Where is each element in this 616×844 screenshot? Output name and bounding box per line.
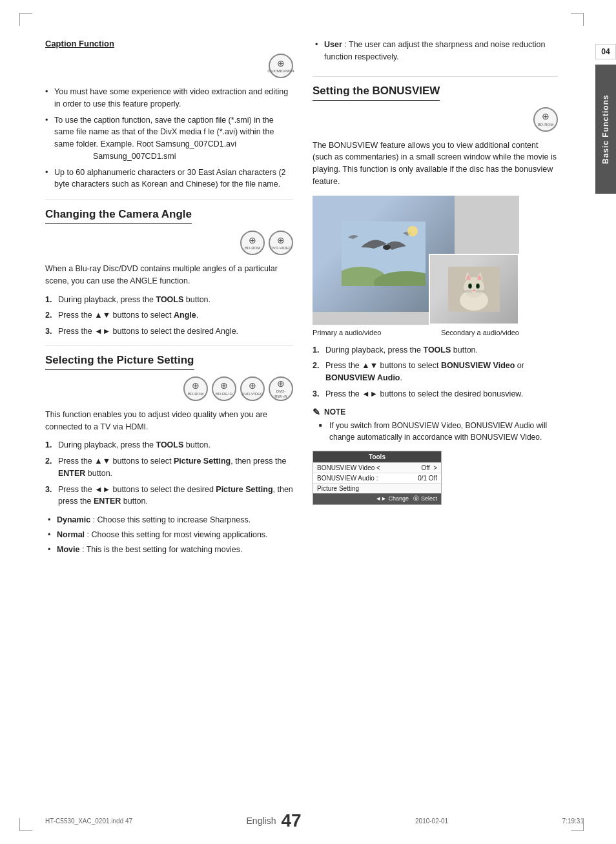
camera-angle-section: Changing the Camera Angle ⊕ BD-ROM ⊕ DVD… [45,208,293,338]
tools-table: Tools BONUSVIEW Video < Off > BONUSVIEW … [313,451,442,505]
camera-angle-intro: When a Blu-ray Disc/DVD contains multipl… [45,263,293,287]
dvdrw-badge: ⊕ DVD-RW/+R [269,376,293,401]
svg-point-4 [407,226,418,236]
left-column: Caption Function ⊕ DivX/MKV/MP4 You must… [45,39,293,558]
right-column: User : The user can adjust the sharpness… [313,39,558,558]
picture-setting-steps: 1.During playback, press the TOOLS butto… [45,439,293,508]
bonusview-badges: ⊕ BD-ROM [313,107,558,132]
bonusview-step-2: 2.Press the ▲▼ buttons to select BONUSVI… [313,360,558,384]
bonusview-step-3: 3.Press the ◄► buttons to select the des… [313,388,558,400]
main-content: Caption Function ⊕ DivX/MKV/MP4 You must… [0,0,616,597]
caption-section: Caption Function ⊕ DivX/MKV/MP4 You must… [45,39,293,190]
caption-bullet-2: To use the caption function, save the ca… [45,114,293,163]
picture-setting-heading: Selecting the Picture Setting [45,354,194,370]
corner-mark-tr [571,13,584,26]
picture-setting-badges: ⊕ BD-ROM ⊕ BD-RE/-R ⊕ DVD-VIDEO ⊕ [45,376,293,401]
chapter-tab: Basic Functions [595,65,616,194]
user-bullet-right: User : The user can adjust the sharpness… [313,39,558,63]
camera-angle-badges: ⊕ BD-ROM ⊕ DVD-VIDEO [45,231,293,255]
bonusview-steps: 1.During playback, press the TOOLS butto… [313,344,558,400]
caption-bullet-1: You must have some experience with video… [45,86,293,110]
two-column-layout: Caption Function ⊕ DivX/MKV/MP4 You must… [45,39,558,558]
note-icon: ✎ [313,407,320,417]
chapter-label: Basic Functions [601,94,610,164]
bonusview-heading: Setting the BONUSVIEW [313,85,440,101]
note-box: ✎ NOTE If you switch from BONUSVIEW Vide… [313,407,558,443]
picture-step-1: 1.During playback, press the TOOLS butto… [45,439,293,451]
corner-mark-tl [19,13,32,26]
camera-angle-heading: Changing the Camera Angle [45,208,192,224]
cat-svg [448,267,500,312]
tools-table-row-2: BONUSVIEW Audio : 0/1 Off [313,473,441,483]
user-bullet: User : The user can adjust the sharpness… [313,39,558,63]
tools-table-footer: ◄► Change ⓔ Select [313,493,441,504]
page-container: Basic Functions 04 Caption Function ⊕ Di… [0,0,616,844]
bdrer-badge: ⊕ BD-RE/-R [212,376,236,401]
page-number: 47 [281,810,301,831]
note-label: NOTE [324,407,345,417]
tools-table-row-1: BONUSVIEW Video < Off > [313,462,441,473]
secondary-label: Secondary a audio/video [441,329,519,336]
file-info: HT-C5530_XAC_0201.indd 47 [45,818,132,825]
bonusview-secondary-window [429,254,519,325]
picture-step-2: 2.Press the ▲▼ buttons to select Picture… [45,455,293,480]
camera-angle-steps: 1.During playback, press the TOOLS butto… [45,294,293,338]
chapter-number: 04 [595,44,616,59]
dynamic-bullet: Dynamic : Choose this setting to increas… [45,514,293,526]
english-label: English [247,816,276,826]
time-info: 7:19:31 [562,818,584,825]
caption-bullets: You must have some experience with video… [45,86,293,190]
note-heading: ✎ NOTE [313,407,558,417]
bonusview-section: Setting the BONUSVIEW ⊕ BD-ROM The BONUS… [313,85,558,505]
svg-point-7 [464,277,484,298]
camera-angle-step-3: 3.Press the ◄► buttons to select the des… [45,325,293,338]
bonusview-intro: The BONUSVIEW feature allows you to view… [313,139,558,188]
bdrom-badge-2: ⊕ BD-ROM [183,376,208,401]
page-number-box: English 47 [247,810,302,831]
image-labels: Primary a audio/video Secondary a audio/… [313,329,519,336]
bonusview-step-1: 1.During playback, press the TOOLS butto… [313,344,558,356]
dvdvideo-badge-2: ⊕ DVD-VIDEO [240,376,265,401]
movie-bullet: Movie : This is the best setting for wat… [45,544,293,556]
svg-point-3 [383,245,391,250]
bonusview-image [313,196,519,325]
tools-table-header: Tools [313,451,441,462]
tools-table-row-3: Picture Setting [313,483,441,493]
date-info: 2010-02-01 [415,818,448,825]
bdrom-badge: ⊕ BD-ROM [240,231,265,255]
note-item-1: If you switch from BONUSVIEW Video, BONU… [319,420,558,443]
picture-setting-intro: This function enables you to adjust vide… [45,409,293,433]
bdrom-badge-3: ⊕ BD-ROM [533,107,558,132]
caption-bullet-3: Up to 60 alphanumeric characters or 30 E… [45,167,293,191]
normal-bullet: Normal : Choose this setting for most vi… [45,529,293,541]
primary-label: Primary a audio/video [313,329,381,336]
caption-badges: ⊕ DivX/MKV/MP4 [45,54,293,78]
camera-angle-step-2: 2.Press the ▲▼ buttons to select Angle. [45,309,293,322]
dvd-video-badge: ⊕ DVD-VIDEO [269,231,293,255]
svg-point-14 [469,284,471,288]
picture-step-3: 3.Press the ◄► buttons to select the des… [45,484,293,508]
camera-angle-step-1: 1.During playback, press the TOOLS butto… [45,294,293,306]
bird-svg [342,221,426,286]
page-footer: HT-C5530_XAC_0201.indd 47 English 47 201… [0,810,616,831]
divx-badge: ⊕ DivX/MKV/MP4 [269,54,293,78]
note-list: If you switch from BONUSVIEW Video, BONU… [319,420,558,443]
caption-heading: Caption Function [45,39,293,48]
svg-point-15 [477,284,479,288]
picture-sub-bullets: Dynamic : Choose this setting to increas… [45,514,293,555]
picture-setting-section: Selecting the Picture Setting ⊕ BD-ROM ⊕… [45,354,293,556]
